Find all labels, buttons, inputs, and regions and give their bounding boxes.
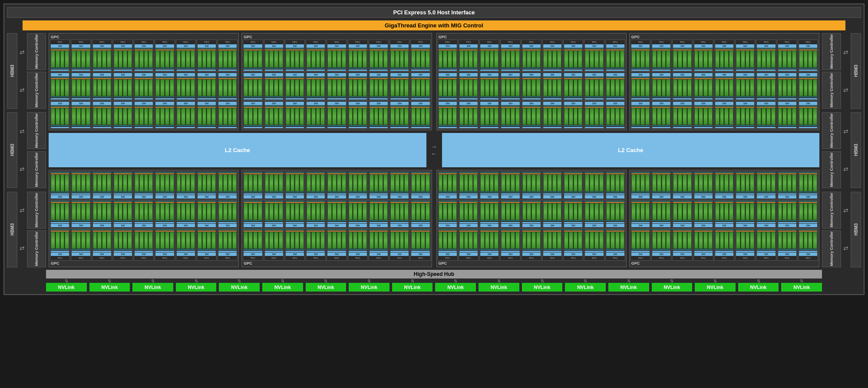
sm-label: SM	[370, 252, 388, 256]
sm-body	[652, 172, 670, 195]
sm-body	[585, 106, 603, 128]
tpc-block: SM	[777, 72, 797, 100]
tpc-label: TPC	[244, 40, 262, 44]
sm-body	[652, 77, 670, 99]
sm-label: SM	[218, 102, 237, 105]
tpc-block: TPCSM	[348, 40, 368, 72]
tpc-block: TPCSM	[197, 40, 217, 72]
gpc-block: GPCTPCSMTPCSMTPCSMTPCSMTPCSMTPCSMTPCSMTP…	[49, 170, 239, 267]
hbm-group: HBM3⇄⇄Memory ControllerMemory Controller	[7, 192, 46, 267]
tpc-label: TPC	[480, 256, 498, 260]
tpc-block: TPCSM	[218, 40, 238, 72]
tpc-label: TPC	[327, 256, 346, 260]
tpc-label: TPC	[757, 40, 775, 44]
sm-body	[652, 229, 670, 252]
sm-label: SM	[799, 224, 817, 227]
tpc-block: SM	[348, 171, 368, 200]
sm-label: SM	[459, 195, 478, 199]
sm-body	[307, 201, 325, 223]
sm-body	[673, 48, 691, 71]
nvlink-item: ⇅NVLink	[695, 279, 736, 292]
sm-body	[411, 77, 429, 99]
sm-body	[390, 48, 409, 71]
tpc-block: SM	[672, 200, 692, 229]
sm-label: SM	[480, 73, 498, 76]
sm-label: SM	[631, 252, 650, 256]
sm-body	[327, 201, 346, 223]
sm-body	[480, 201, 498, 223]
nvlink-item: ⇅NVLink	[219, 279, 260, 292]
tpc-block: SM	[714, 72, 734, 100]
sm-label: SM	[327, 73, 346, 76]
nvlink-block: NVLink	[89, 283, 130, 292]
tpc-label: TPC	[307, 256, 325, 260]
sm-body	[778, 77, 796, 99]
tpc-block: TPCSM	[155, 40, 175, 72]
tpc-block: SM	[438, 200, 458, 229]
gpc-half: GPCTPCSMTPCSMTPCSMTPCSMTPCSMTPCSMTPCSMTP…	[49, 170, 432, 267]
tpc-block: SM	[218, 171, 238, 200]
sm-label: SM	[778, 73, 796, 76]
sm-label: SM	[72, 224, 90, 227]
tpc-label: TPC	[631, 40, 650, 44]
sm-body	[177, 77, 195, 99]
sm-label: SM	[411, 252, 429, 256]
sm-label: SM	[585, 224, 603, 227]
tpc-block: TPCSM	[777, 229, 797, 261]
sm-body	[370, 172, 388, 195]
tpc-label: TPC	[631, 256, 650, 260]
sm-label: SM	[51, 195, 69, 199]
sm-label: SM	[370, 102, 388, 105]
tpc-block: SM	[798, 200, 818, 229]
sm-label: SM	[501, 44, 519, 48]
tpc-block: TPCSM	[285, 40, 305, 72]
tpc-block: SM	[693, 72, 713, 100]
tpc-block: TPCSM	[348, 229, 368, 261]
tpc-block: TPCSM	[71, 40, 91, 72]
sm-body	[307, 172, 325, 195]
nvlink-block: NVLink	[392, 283, 433, 292]
sm-body	[501, 77, 519, 99]
sm-label: SM	[155, 73, 174, 76]
hbm-group: Memory ControllerMemory Controller⇄⇄HBM3	[822, 112, 861, 188]
tpc-block: SM	[714, 200, 734, 229]
sm-body	[51, 229, 69, 252]
nvlink-arrows: ⇅	[757, 279, 760, 283]
tpc-block: SM	[584, 100, 604, 129]
tpc-block: SM	[306, 100, 326, 129]
sm-label: SM	[198, 73, 216, 76]
tpc-block: SM	[563, 171, 583, 200]
tpc-block: SM	[134, 100, 154, 129]
tpc-block: TPCSM	[410, 40, 430, 72]
sm-body	[327, 106, 346, 128]
sm-label: SM	[307, 252, 325, 256]
sm-body	[480, 172, 498, 195]
sm-label: SM	[480, 195, 498, 199]
tpc-block: TPCSM	[714, 229, 734, 261]
sm-body	[564, 229, 582, 252]
nvlink-item: ⇅NVLink	[565, 279, 606, 292]
sm-body	[757, 201, 775, 223]
sm-body	[411, 172, 429, 195]
tpc-block: TPCSM	[798, 229, 818, 261]
nvlink-arrows: ⇅	[584, 279, 587, 283]
sm-label: SM	[564, 73, 582, 76]
memory-controller: Memory Controller	[27, 230, 46, 267]
sm-label: SM	[265, 102, 283, 105]
sm-label: SM	[265, 73, 283, 76]
sm-label: SM	[177, 252, 195, 256]
sm-label: SM	[244, 73, 262, 76]
tpc-row: SMSMSMSMSMSMSMSMSM	[630, 72, 818, 100]
tpc-block: TPCSM	[672, 229, 692, 261]
sm-label: SM	[114, 102, 132, 105]
sm-body	[370, 48, 388, 71]
tpc-block: SM	[438, 171, 458, 200]
sm-body	[459, 172, 478, 195]
tpc-block: TPCSM	[327, 40, 347, 72]
sm-label: SM	[370, 224, 388, 227]
tpc-row: TPCSMTPCSMTPCSMTPCSMTPCSMTPCSMTPCSMTPCSM…	[630, 229, 818, 261]
sm-body	[177, 172, 195, 195]
sm-label: SM	[390, 44, 409, 48]
nvlink-item: ⇅NVLink	[176, 279, 217, 292]
sm-label: SM	[265, 224, 283, 227]
